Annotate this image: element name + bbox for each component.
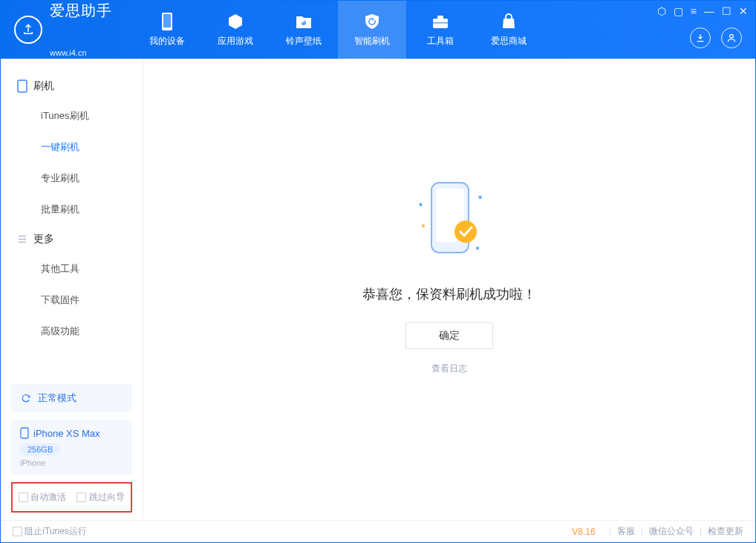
tab-my-device[interactable]: 我的设备 [133, 1, 201, 59]
minimize-button[interactable]: — [704, 5, 714, 17]
list-icon [17, 234, 27, 244]
svg-point-11 [422, 224, 425, 227]
svg-rect-3 [437, 16, 443, 19]
tab-toolbox[interactable]: 工具箱 [406, 1, 475, 59]
svg-rect-6 [18, 80, 27, 92]
logo-icon [14, 16, 42, 44]
checkbox-skip-guide[interactable]: 跳过向导 [76, 491, 124, 504]
logo: 爱思助手 www.i4.cn [14, 2, 112, 57]
ok-button[interactable]: 确定 [405, 322, 493, 349]
shield-refresh-icon [363, 13, 381, 30]
sidebar-item-itunes-flash[interactable]: iTunes刷机 [1, 100, 143, 131]
maximize-button[interactable]: ☐ [722, 5, 731, 17]
box-icon[interactable]: ▢ [674, 5, 683, 17]
sidebar-item-other-tools[interactable]: 其他工具 [1, 253, 143, 284]
device-mode-status[interactable]: 正常模式 [11, 384, 132, 412]
device-icon [158, 13, 176, 30]
bag-icon [500, 13, 518, 30]
svg-rect-1 [163, 14, 171, 27]
app-url: www.i4.cn [50, 48, 112, 57]
download-icon [695, 33, 706, 43]
user-icon [726, 33, 737, 43]
sidebar-item-oneclick-flash[interactable]: 一键刷机 [1, 131, 143, 163]
app-name: 爱思助手 [50, 2, 112, 48]
phone-icon [17, 79, 27, 93]
refresh-icon [20, 392, 32, 404]
check-update-link[interactable]: 检查更新 [708, 525, 743, 538]
sidebar-item-download-firmware[interactable]: 下载固件 [1, 284, 143, 316]
user-button[interactable] [721, 27, 742, 48]
menu-icon[interactable]: ≡ [691, 5, 697, 17]
header-right-actions [690, 27, 742, 48]
download-button[interactable] [690, 27, 711, 48]
tab-flash[interactable]: 智能刷机 [338, 1, 406, 59]
title-bar: 爱思助手 www.i4.cn 我的设备 应用游戏 铃声壁纸 智能刷机 工具箱 爱… [1, 1, 755, 59]
main-content: 恭喜您，保资料刷机成功啦！ 确定 查看日志 [143, 59, 755, 520]
tab-ringtone[interactable]: 铃声壁纸 [270, 1, 338, 59]
checkbox-block-itunes[interactable]: 阻止iTunes运行 [13, 525, 87, 538]
device-info-box[interactable]: iPhone XS Max 256GB iPhone [11, 420, 132, 475]
sidebar: 刷机 iTunes刷机 一键刷机 专业刷机 批量刷机 更多 其他工具 下载固件 … [1, 59, 143, 520]
svg-rect-7 [21, 428, 28, 438]
support-link[interactable]: 客服 [617, 525, 635, 538]
sidebar-section-more: 更多 [1, 225, 143, 253]
phone-small-icon [20, 427, 29, 439]
view-log-link[interactable]: 查看日志 [431, 362, 467, 375]
tab-apps[interactable]: 应用游戏 [201, 1, 270, 59]
version-label: V8.16 [572, 527, 595, 537]
device-name-label: iPhone XS Max [33, 428, 100, 439]
cube-icon [227, 13, 244, 30]
sidebar-item-pro-flash[interactable]: 专业刷机 [1, 163, 143, 194]
svg-rect-4 [433, 22, 448, 24]
sidebar-item-batch-flash[interactable]: 批量刷机 [1, 194, 143, 225]
sidebar-item-advanced[interactable]: 高级功能 [1, 316, 143, 347]
highlighted-checkbox-row: 自动激活 跳过向导 [11, 482, 132, 513]
nav-tabs: 我的设备 应用游戏 铃声壁纸 智能刷机 工具箱 爱思商城 [133, 1, 543, 59]
svg-point-5 [730, 34, 734, 38]
window-controls: ⬡ ▢ ≡ — ☐ ✕ [657, 5, 748, 17]
checkbox-auto-activate[interactable]: 自动激活 [19, 491, 66, 504]
svg-point-12 [476, 247, 479, 250]
toolbox-icon [431, 13, 449, 30]
success-message: 恭喜您，保资料刷机成功啦！ [362, 285, 536, 303]
svg-point-10 [454, 221, 477, 243]
success-illustration [390, 174, 509, 270]
device-type-label: iPhone [20, 458, 123, 467]
music-folder-icon [295, 13, 313, 30]
status-bar: 阻止iTunes运行 V8.16 | 客服 | 微信公众号 | 检查更新 [1, 520, 755, 542]
sidebar-section-flash: 刷机 [1, 72, 143, 100]
close-button[interactable]: ✕ [739, 5, 748, 17]
tab-store[interactable]: 爱思商城 [475, 1, 543, 59]
device-capacity-badge: 256GB [20, 443, 60, 455]
tshirt-icon[interactable]: ⬡ [657, 5, 666, 17]
wechat-link[interactable]: 微信公众号 [649, 525, 694, 538]
